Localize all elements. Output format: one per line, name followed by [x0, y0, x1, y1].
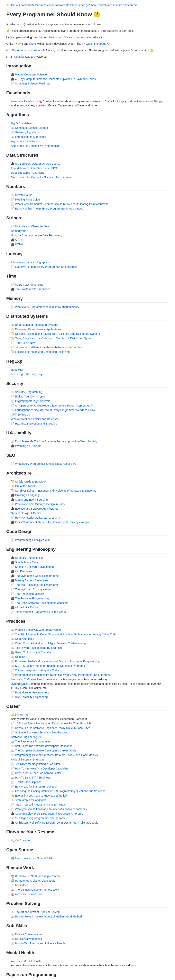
- item-link[interactable]: How To Get a Tech Job Abroad Faster: [15, 772, 61, 775]
- item-link[interactable]: What every Programmer should know about …: [15, 305, 79, 309]
- item-link[interactable]: Category Theory in Life: [15, 556, 43, 559]
- item-link[interactable]: Awesome Mental Health: [11, 959, 41, 963]
- item-link[interactable]: Foundations of Data Structures - EDX: [11, 167, 57, 170]
- item-link[interactable]: Soft Skills: The software developer's li…: [15, 745, 73, 748]
- item-link[interactable]: SICP: Structure and Interpretation of Co…: [15, 664, 85, 667]
- item-link[interactable]: Inventing on Principle: [15, 444, 41, 447]
- item-link[interactable]: Teach Yourself Programming in Ten Years: [15, 803, 66, 806]
- community-link[interactable]: Join our community for professional Soft…: [10, 3, 137, 7]
- item-link[interactable]: Awesome Falsehoods: [11, 100, 38, 103]
- item-link[interactable]: #NoEstimates: [15, 570, 32, 573]
- item-link[interactable]: Professor Frisby's Mostly Adequate Guide…: [15, 660, 99, 663]
- item-link[interactable]: TL;DR; Stock Options: [15, 781, 41, 784]
- item-link[interactable]: How to Count: [15, 194, 32, 197]
- item-link[interactable]: Learn how to use Git and GitHub: [15, 857, 55, 860]
- item-link[interactable]: Foundations of Security: What Every Prog…: [15, 409, 95, 412]
- item-link[interactable]: How To Interview As a Developer Candidat…: [15, 767, 68, 770]
- item-link[interactable]: Grokking Algorithms: [15, 131, 39, 134]
- item-link[interactable]: 97 things every programmer should know: [15, 816, 65, 820]
- item-link[interactable]: System Design: A Primer: [11, 512, 41, 515]
- item-link[interactable]: How to Win Friends and Influence People: [15, 942, 66, 945]
- item-link[interactable]: UC Berkeley, Data Structures Course: [15, 162, 60, 165]
- item-link[interactable]: Ten Rules for Negotiating a Job Offer: [15, 762, 60, 765]
- item-link[interactable]: Code Complete: [15, 637, 34, 640]
- item-link[interactable]: Map of Computer Science: [15, 73, 47, 76]
- item-link[interactable]: Designs, Lessons and Advice from Buildin…: [15, 332, 101, 336]
- item-link[interactable]: Crucial Conversations: [15, 937, 42, 940]
- item-link[interactable]: All the Little Things: [15, 606, 38, 609]
- item-link[interactable]: Learn X in Y Minutes: [11, 678, 36, 681]
- item-link[interactable]: Speed In Software Development: [15, 565, 55, 568]
- item-link[interactable]: 40 Key Computer Science Concepts Explain…: [15, 78, 96, 81]
- item-link[interactable]: Latency Numbers Every Programmer Should …: [15, 265, 77, 268]
- item-link[interactable]: RegexHQ: [11, 368, 23, 371]
- item-link[interactable]: Programming Principles Wiki: [15, 538, 50, 541]
- item-link[interactable]: Computer Science Roadmap: [15, 82, 50, 85]
- item-link[interactable]: Mathematics for Computer Science - Eric …: [11, 176, 72, 179]
- item-link[interactable]: The Future of Programming: [15, 597, 49, 600]
- item-link[interactable]: How JavaScript works: part-1, 2, 3, 4: [15, 516, 60, 519]
- item-link[interactable]: Software Engineers Tenure in San Francis…: [15, 731, 69, 734]
- item-link[interactable]: How To Be A STAR Engineer: [15, 776, 50, 779]
- item-link[interactable]: The Art and Craft of Problem Solving: [15, 910, 60, 913]
- item-link[interactable]: Out of the Tar Pit: [15, 485, 36, 488]
- item-link[interactable]: Floating Point Guide: [15, 198, 40, 201]
- item-link[interactable]: Hyperpolyglot: [11, 682, 28, 686]
- item-link[interactable]: The Art of Readable Code: Simple and Pra…: [15, 633, 117, 636]
- item-link[interactable]: Evolutionary Software Architectures: [15, 507, 58, 510]
- item-link[interactable]: CV Compiler: [15, 839, 30, 842]
- item-link[interactable]: Making Badass Developers: [15, 579, 48, 582]
- item-link[interactable]: Remotive.io: Startups hiring remotely: [15, 875, 60, 878]
- item-link[interactable]: An Open Letter to Developers Everywhere …: [15, 404, 93, 407]
- item-link[interactable]: Learn regex the easy way: [11, 372, 42, 376]
- item-link[interactable]: Thirteen Ways of Looking at a Turtle: [15, 669, 59, 672]
- item-link[interactable]: NomadList: [15, 884, 28, 887]
- item-link[interactable]: Entity-Component-System Architecture wit…: [15, 520, 90, 524]
- item-link[interactable]: Working Effectively with Legacy Code: [15, 628, 61, 631]
- item-link[interactable]: Test Driven Development: By Example: [15, 646, 62, 649]
- item-link[interactable]: The mythical 10x programmer: [15, 588, 52, 591]
- item-link[interactable]: The Myth of the Genius Programmer: [15, 574, 60, 578]
- item-link[interactable]: Clean Code: A Handbook of Agile Software…: [15, 642, 85, 645]
- item-link[interactable]: OWASP Top 10: [11, 413, 30, 416]
- item-link[interactable]: There is No Now: [15, 341, 35, 344]
- item-link[interactable]: How to Solve It: A New Aspect of Mathema…: [15, 915, 82, 918]
- item-link[interactable]: UTF-8: [15, 243, 23, 246]
- item-link[interactable]: Site Reliability Engineering: [15, 695, 48, 698]
- item-link[interactable]: The Passionate Programmer: [15, 740, 50, 743]
- item-link[interactable]: Interactive Latency Infographics: [11, 261, 50, 264]
- item-link[interactable]: Code Interview Prep & Programming Questi…: [15, 812, 83, 815]
- item-link[interactable]: The Problem with Timezones: [15, 288, 50, 291]
- item-link[interactable]: Understanding Distributed Systems: [15, 323, 58, 326]
- item-link[interactable]: CQRS and Event Sourcing: [15, 498, 48, 501]
- item-link[interactable]: Security Programming: [15, 390, 42, 394]
- item-link[interactable]: Big O Cheatsheet: [11, 122, 33, 125]
- item-link[interactable]: Time, Clocks and the Ordering of Events …: [15, 337, 93, 340]
- item-link[interactable]: Algorithms for Competitive Programming: [11, 144, 60, 147]
- item-link[interactable]: Teach Yourself Programming in Ten Years: [15, 610, 66, 614]
- item-link[interactable]: Growing a Language: [15, 493, 41, 497]
- contributions-link[interactable]: Contributions: [14, 55, 30, 58]
- item-link[interactable]: Pomodoro for Programmers: [15, 691, 49, 694]
- item-link[interactable]: Data Structures - Coursera: [11, 171, 44, 174]
- item-link[interactable]: Homoglyphs: [11, 229, 26, 232]
- item-link[interactable]: Going To Production Checklist: [15, 651, 52, 654]
- item-link[interactable]: 10 Things Every Programmer Should Know F…: [15, 722, 91, 725]
- item-link[interactable]: Equity 101 for Startup Employees: [15, 785, 56, 788]
- item-link[interactable]: Cryptographic Right Answers: [15, 399, 50, 402]
- item-link[interactable]: Unicode and Character Sets: [15, 225, 49, 228]
- doggo-link[interactable]: Watch the doggo: [86, 42, 106, 45]
- item-link[interactable]: How Much Do Software Engineers Really Ma…: [15, 726, 90, 730]
- item-link[interactable]: Hashing, Encryption and Encoding: [15, 422, 57, 425]
- item-link[interactable]: The Debugging Mindset: [15, 592, 44, 595]
- item-link[interactable]: What Every Computer Scientist Should Kno…: [15, 202, 108, 205]
- item-link[interactable]: Don't Make Me Think: A Common Sense Appr…: [15, 440, 97, 443]
- item-link[interactable]: Web Application Exploits and Defenses: [11, 417, 58, 421]
- item-link[interactable]: Practical Object Oriented Design in Ruby: [15, 503, 65, 506]
- item-link[interactable]: ASCII: [15, 238, 22, 242]
- item-link[interactable]: Computer Science Distilled: [15, 126, 48, 129]
- item-link[interactable]: Basic Number Theory Every Programmer Sho…: [15, 207, 84, 210]
- item-link[interactable]: Tech Interview Handbook: [15, 799, 46, 802]
- item-link[interactable]: The Ten Rules of a Zen Programmer: [15, 583, 60, 586]
- item-link[interactable]: Introduction to Algorithms: [15, 135, 46, 138]
